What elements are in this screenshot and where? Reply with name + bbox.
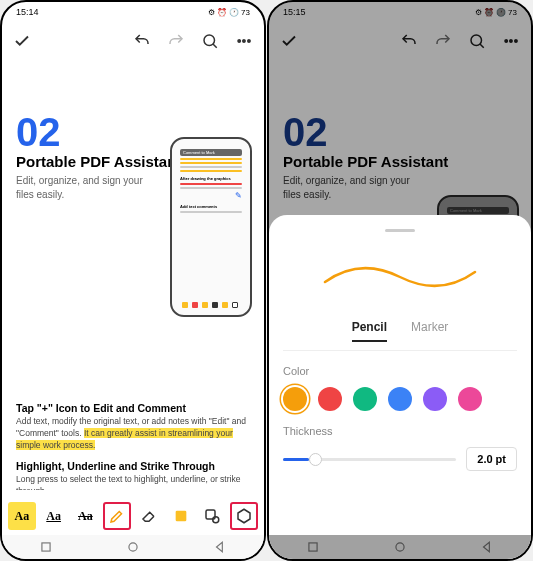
tab-pencil[interactable]: Pencil [352,320,387,342]
tool-shape[interactable] [230,502,258,530]
svg-rect-2 [175,511,186,522]
svg-marker-8 [217,542,223,551]
color-swatch[interactable] [318,387,342,411]
more-icon[interactable]: ••• [234,31,254,51]
brush-preview [283,242,517,312]
nav-back-icon[interactable] [213,540,227,554]
svg-point-0 [204,35,215,46]
section-heading-edit: Tap "+" Icon to Edit and Comment [16,402,250,414]
svg-rect-6 [42,543,50,551]
confirm-icon[interactable] [12,31,32,51]
undo-icon[interactable] [132,31,152,51]
tool-highlight-text[interactable]: Aa [8,502,36,530]
panel-handle[interactable] [385,229,415,232]
color-label: Color [283,365,517,377]
tool-strike-text[interactable]: Aa [71,502,99,530]
color-swatch[interactable] [388,387,412,411]
status-indicators: ⚙ ⏰ 🕐 73 [208,8,250,17]
nav-recent-icon[interactable] [39,540,53,554]
color-swatch[interactable] [458,387,482,411]
tab-marker[interactable]: Marker [411,320,448,342]
section-heading-highlight: Highlight, Underline and Strike Through [16,460,250,472]
page-subtitle: Edit, organize, and sign your files easi… [16,174,156,202]
thickness-label: Thickness [283,425,517,437]
svg-line-1 [213,44,217,48]
tool-pencil[interactable] [103,502,131,530]
redo-icon[interactable] [166,31,186,51]
svg-point-7 [129,543,137,551]
tool-stamp[interactable] [198,502,226,530]
svg-point-4 [213,517,219,523]
tool-underline-text[interactable]: Aa [40,502,68,530]
color-swatch[interactable] [283,387,307,411]
status-time: 15:14 [16,7,39,17]
phone-preview: Comment to Mark After drawing the graphi… [170,137,252,317]
thickness-value[interactable]: 2.0 pt [466,447,517,471]
color-swatch[interactable] [353,387,377,411]
tool-sticky-note[interactable] [167,502,195,530]
thickness-slider[interactable] [283,458,456,461]
brush-panel: Pencil Marker Color Thickness 2.0 pt [269,215,531,535]
search-icon[interactable] [200,31,220,51]
tool-eraser[interactable] [135,502,163,530]
svg-marker-5 [238,509,250,523]
color-swatch[interactable] [423,387,447,411]
section-text-edit: Add text, modify the original text, or a… [16,416,250,452]
nav-home-icon[interactable] [126,540,140,554]
section-text-highlight: Long press to select the text to highlig… [16,474,250,490]
